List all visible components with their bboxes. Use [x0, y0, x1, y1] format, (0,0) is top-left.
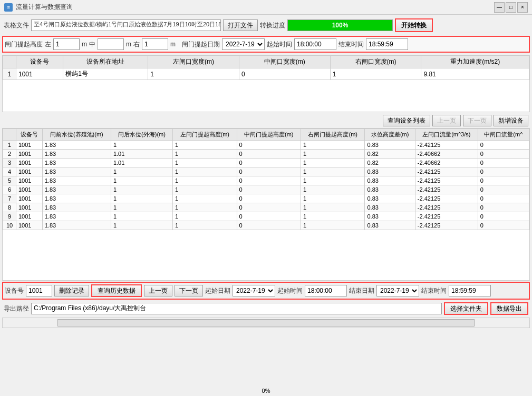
file-label: 表格文件	[4, 21, 29, 30]
convert-progress-label: 转换进度	[260, 21, 285, 30]
right-h-cell: 1	[301, 203, 364, 212]
left-h-cell: 1	[173, 159, 237, 167]
left-width-cell: 1	[148, 68, 239, 80]
data-table-row[interactable]: 9 1001 1.83 1 1 0 1 0.83 -2.42125 0	[3, 212, 529, 221]
device-cell: 1001	[16, 203, 43, 212]
row-num: 3	[3, 159, 16, 167]
progress-bar-container: 100%	[287, 19, 393, 31]
device-cell: 1001	[16, 141, 43, 150]
device-prev-page-button[interactable]: 上一页	[432, 115, 461, 126]
bottom-device-id-label: 设备号	[5, 286, 24, 295]
col-left-width-header: 左闸口宽度(m)	[148, 56, 239, 68]
add-device-button[interactable]: 新增设备	[494, 115, 528, 126]
data-table-row[interactable]: 6 1001 1.83 1 1 0 1 0.83 -2.42125 0	[3, 185, 529, 194]
row-num: 9	[3, 212, 16, 221]
bottom-start-date-select[interactable]: 2022-7-19	[233, 285, 275, 296]
mid-flow-cell: 0	[478, 176, 529, 185]
right-h-cell: 1	[301, 167, 364, 176]
mid-h-cell: 0	[237, 203, 301, 212]
back-water-cell: 1	[111, 221, 172, 230]
select-folder-button[interactable]: 选择文件夹	[444, 302, 488, 315]
bottom-end-date-select[interactable]: 2022-7-19	[376, 285, 419, 296]
left-height-input[interactable]	[53, 38, 80, 50]
window-title: 流量计算与数据查询	[16, 3, 73, 12]
left-h-cell: 1	[173, 150, 237, 159]
bottom-start-time-input[interactable]	[305, 285, 347, 296]
back-water-cell: 1.01	[111, 150, 172, 159]
start-time-label: 起始时间	[267, 40, 292, 49]
data-table-row[interactable]: 7 1001 1.83 1 1 0 1 0.83 -2.42125 0	[3, 194, 529, 203]
mid-flow-cell: 0	[478, 194, 529, 203]
bottom-start-time-label: 起始时间	[277, 286, 303, 295]
data-table-row[interactable]: 10 1001 1.83 1 1 0 1 0.83 -2.42125 0	[3, 221, 529, 230]
data-col-num	[3, 129, 16, 141]
left-flow-cell: -2.42125	[415, 221, 478, 230]
gate-date-select[interactable]: 2022-7-19	[222, 38, 265, 50]
query-bar: 查询设备列表 上一页 下一页 新增设备	[2, 113, 530, 128]
device-table-row[interactable]: 1 1001 横屿1号 1 0 1 9.81	[3, 68, 529, 80]
query-history-button[interactable]: 查询历史数据	[91, 284, 142, 297]
front-water-cell: 1.83	[42, 150, 111, 159]
left-flow-cell: -2.42125	[415, 141, 478, 150]
data-table-wrapper[interactable]: 设备号 闸前水位(养殖池)(m) 闸后水位(外海)(m) 左闸门提起高度(m) …	[3, 128, 529, 280]
mid-h-cell: 0	[237, 212, 301, 221]
mid-h-cell: 0	[237, 221, 301, 230]
data-table-row[interactable]: 4 1001 1.83 1 1 0 1 0.83 -2.42125 0	[3, 167, 529, 176]
progress-text: 100%	[288, 20, 392, 31]
data-table-row[interactable]: 5 1001 1.83 1 1 0 1 0.83 -2.42125 0	[3, 176, 529, 185]
gate-end-time-input[interactable]	[366, 38, 408, 50]
col-gravity-header: 重力加速度(m/s2)	[421, 56, 529, 68]
back-water-cell: 1.01	[111, 159, 172, 167]
bottom-device-id-input[interactable]	[26, 285, 52, 296]
back-water-cell: 1	[111, 185, 172, 194]
unit-m-2: m	[126, 41, 131, 48]
gate-start-time-input[interactable]	[294, 38, 336, 50]
diff-cell: 0.83	[365, 221, 415, 230]
mid-flow-cell: 0	[478, 167, 529, 176]
data-col-right-h: 右闸门提起高度(m)	[301, 129, 364, 141]
minimize-btn[interactable]: —	[494, 2, 505, 13]
history-prev-button[interactable]: 上一页	[144, 285, 172, 296]
open-file-button[interactable]: 打开文件	[223, 19, 258, 31]
row-num: 4	[3, 167, 16, 176]
left-h-cell: 1	[173, 194, 237, 203]
data-table-row[interactable]: 3 1001 1.83 1.01 1 0 1 0.82 -2.40662 0	[3, 159, 529, 167]
col-address-header: 设备所在地址	[63, 56, 148, 68]
close-btn[interactable]: ×	[517, 2, 528, 13]
left-h-cell: 1	[173, 221, 237, 230]
diff-cell: 0.83	[365, 185, 415, 194]
left-h-cell: 1	[173, 203, 237, 212]
device-id-cell: 1001	[16, 68, 63, 80]
mid-flow-cell: 0	[478, 185, 529, 194]
start-convert-button[interactable]: 开始转换	[395, 18, 433, 32]
maximize-btn[interactable]: □	[506, 2, 516, 13]
data-export-button[interactable]: 数据导出	[490, 302, 528, 315]
mid-h-cell: 0	[237, 194, 301, 203]
data-table-row[interactable]: 8 1001 1.83 1 1 0 1 0.83 -2.42125 0	[3, 203, 529, 212]
back-water-cell: 1	[111, 176, 172, 185]
row-num: 7	[3, 194, 16, 203]
device-next-page-button[interactable]: 下一页	[463, 115, 491, 126]
unit-m-1: m	[82, 41, 87, 48]
history-next-button[interactable]: 下一页	[175, 285, 203, 296]
right-h-cell: 1	[301, 221, 364, 230]
front-water-cell: 1.83	[42, 141, 111, 150]
row-num: 1	[3, 141, 16, 150]
right-width-cell: 1	[330, 68, 421, 80]
query-device-list-button[interactable]: 查询设备列表	[383, 115, 430, 126]
back-water-cell: 1	[111, 203, 172, 212]
mid-h-cell: 0	[237, 141, 301, 150]
data-table-row[interactable]: 2 1001 1.83 1.01 1 0 1 0.82 -2.40662 0	[3, 150, 529, 159]
mid-flow-cell: 0	[478, 221, 529, 230]
mid-flow-cell: 0	[478, 159, 529, 167]
data-table-row[interactable]: 1 1001 1.83 1 1 0 1 0.83 -2.42125 0	[3, 141, 529, 150]
diff-cell: 0.83	[365, 176, 415, 185]
bottom-end-time-input[interactable]	[449, 285, 491, 296]
device-cell: 1001	[16, 185, 43, 194]
right-height-input[interactable]	[142, 38, 168, 50]
diff-cell: 0.82	[365, 159, 415, 167]
bottom-end-time-label: 结束时间	[421, 286, 447, 295]
col-num-header	[3, 56, 16, 68]
delete-record-button[interactable]: 删除记录	[54, 285, 89, 296]
mid-height-input[interactable]	[98, 38, 124, 50]
